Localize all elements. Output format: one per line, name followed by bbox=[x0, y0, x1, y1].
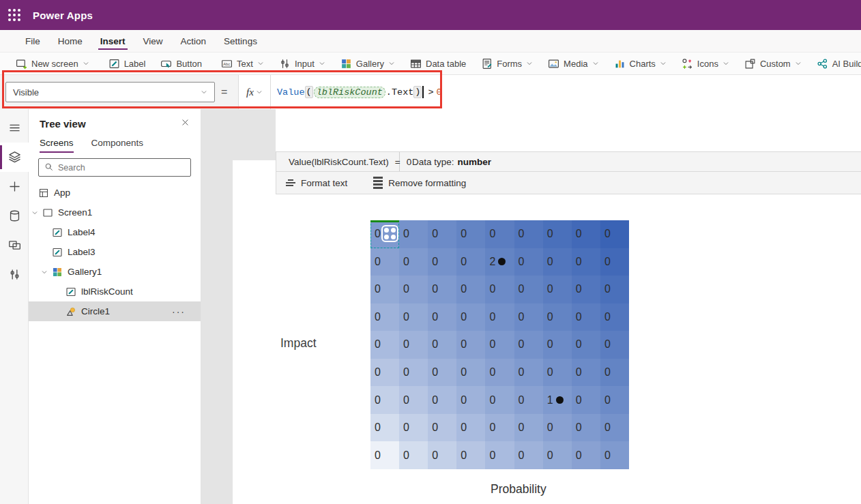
matrix-cell[interactable]: 0 bbox=[514, 386, 543, 414]
matrix-cell[interactable]: 1 bbox=[543, 386, 572, 414]
tab-screens[interactable]: Screens bbox=[40, 138, 74, 153]
matrix-cell[interactable]: 0 bbox=[428, 441, 456, 469]
matrix-cell[interactable]: 0 bbox=[485, 414, 514, 442]
matrix-cell[interactable]: 0 bbox=[370, 414, 399, 442]
matrix-cell[interactable]: 0 bbox=[428, 220, 456, 248]
matrix-cell[interactable]: 0 bbox=[399, 441, 428, 469]
gallery-select-handle[interactable] bbox=[381, 225, 398, 242]
matrix-cell[interactable]: 0 bbox=[572, 303, 600, 331]
probability-label[interactable]: Probability bbox=[491, 482, 546, 496]
matrix-cell[interactable]: 0 bbox=[456, 414, 485, 442]
matrix-cell[interactable]: 0 bbox=[370, 441, 399, 469]
matrix-cell[interactable]: 0 bbox=[600, 303, 629, 331]
toolbar-item-data-table[interactable]: Data table bbox=[403, 53, 473, 74]
matrix-cell[interactable]: 0 bbox=[399, 331, 428, 359]
toolbar-item-button[interactable]: Button bbox=[153, 53, 209, 74]
matrix-cell[interactable]: 0 bbox=[428, 331, 456, 359]
matrix-cell[interactable]: 0 bbox=[456, 331, 485, 359]
tree-item-circle1[interactable]: Circle1··· bbox=[29, 301, 201, 321]
rail-item-advanced-tools[interactable] bbox=[0, 260, 29, 289]
search-box[interactable] bbox=[38, 158, 191, 177]
matrix-cell[interactable]: 0 bbox=[600, 441, 629, 469]
matrix-cell[interactable]: 0 bbox=[543, 331, 572, 359]
impact-label[interactable]: Impact bbox=[280, 336, 317, 351]
matrix-cell[interactable]: 0 bbox=[456, 220, 485, 248]
matrix-cell[interactable]: 0 bbox=[514, 220, 543, 248]
matrix-cell[interactable]: 0 bbox=[543, 248, 572, 276]
matrix-cell[interactable]: 2 bbox=[485, 248, 514, 276]
matrix-cell[interactable]: 0 bbox=[600, 359, 629, 387]
matrix-cell[interactable]: 0 bbox=[485, 441, 514, 469]
matrix-cell[interactable]: 0 bbox=[456, 386, 485, 414]
toolbar-item-media[interactable]: Media bbox=[540, 53, 606, 74]
matrix-cell[interactable]: 0 bbox=[370, 303, 399, 331]
search-input[interactable] bbox=[58, 163, 185, 173]
matrix-cell[interactable]: 0 bbox=[543, 441, 572, 469]
matrix-cell[interactable]: 0 bbox=[543, 303, 572, 331]
matrix-cell[interactable]: 0 bbox=[514, 303, 543, 331]
matrix-cell[interactable]: 0 bbox=[428, 303, 456, 331]
expand-chevron-icon[interactable] bbox=[41, 269, 52, 276]
matrix-cell[interactable]: 0 bbox=[485, 386, 514, 414]
matrix-cell[interactable]: 0 bbox=[485, 331, 514, 359]
matrix-cell[interactable]: 0 bbox=[514, 331, 543, 359]
matrix-cell[interactable]: 0 bbox=[399, 303, 428, 331]
more-options-icon[interactable]: ··· bbox=[172, 306, 186, 317]
rail-item-tree-view[interactable] bbox=[0, 143, 29, 172]
toolbar-item-text[interactable]: AbcText bbox=[214, 53, 272, 74]
expand-chevron-icon[interactable] bbox=[31, 209, 42, 216]
matrix-cell[interactable]: 0 bbox=[572, 331, 600, 359]
matrix-cell[interactable]: 0 bbox=[514, 276, 543, 303]
menu-item-view[interactable]: View bbox=[134, 30, 172, 52]
matrix-cell[interactable]: 0 bbox=[456, 359, 485, 387]
toolbar-item-new-screen[interactable]: New screen bbox=[8, 53, 97, 74]
matrix-cell[interactable]: 0 bbox=[456, 248, 485, 276]
matrix-cell[interactable]: 0 bbox=[514, 359, 543, 387]
app-canvas[interactable]: 0000000000000200000000000000000000000000… bbox=[233, 160, 861, 504]
tree-item-screen1[interactable]: Screen1 bbox=[29, 203, 201, 222]
matrix-cell[interactable]: 0 bbox=[370, 359, 399, 387]
toolbar-item-forms[interactable]: Forms bbox=[473, 53, 540, 74]
matrix-cell[interactable]: 0 bbox=[370, 248, 399, 276]
toolbar-item-ai-builder[interactable]: AI Builder bbox=[809, 53, 861, 74]
matrix-cell[interactable]: 0 bbox=[600, 386, 629, 414]
remove-formatting-button[interactable]: Remove formatting bbox=[373, 177, 466, 188]
matrix-cell[interactable]: 0 bbox=[600, 331, 629, 359]
tree-item-app[interactable]: App bbox=[29, 183, 201, 203]
property-selector[interactable]: Visible bbox=[5, 82, 215, 102]
matrix-cell[interactable]: 0 bbox=[572, 220, 600, 248]
menu-item-home[interactable]: Home bbox=[49, 30, 91, 52]
matrix-cell[interactable]: 0 bbox=[456, 441, 485, 469]
close-icon[interactable] bbox=[181, 117, 190, 130]
menu-item-action[interactable]: Action bbox=[172, 30, 216, 52]
matrix-cell[interactable]: 0 bbox=[600, 414, 629, 442]
matrix-cell[interactable]: 0 bbox=[456, 303, 485, 331]
matrix-cell[interactable]: 0 bbox=[399, 414, 428, 442]
matrix-cell[interactable]: 0 bbox=[572, 414, 600, 442]
matrix-cell[interactable]: 0 bbox=[428, 276, 456, 303]
format-text-button[interactable]: Format text bbox=[286, 178, 347, 188]
toolbar-item-gallery[interactable]: Gallery bbox=[333, 53, 403, 74]
matrix-cell[interactable]: 0 bbox=[572, 248, 600, 276]
toolbar-item-label[interactable]: Label bbox=[101, 53, 154, 74]
menu-item-file[interactable]: File bbox=[16, 30, 49, 52]
rail-item-menu[interactable] bbox=[0, 113, 29, 143]
toolbar-item-custom[interactable]: Custom bbox=[737, 53, 809, 74]
toolbar-item-charts[interactable]: Charts bbox=[607, 53, 674, 74]
matrix-cell[interactable]: 0 bbox=[485, 220, 514, 248]
matrix-cell[interactable]: 0 bbox=[600, 220, 629, 248]
tree-item-gallery1[interactable]: Gallery1 bbox=[29, 262, 201, 282]
matrix-cell[interactable]: 0 bbox=[428, 414, 456, 442]
tab-components[interactable]: Components bbox=[91, 138, 144, 153]
formula-input[interactable]: Value(lblRiskCount.Text)>0 bbox=[277, 75, 442, 109]
matrix-cell[interactable]: 0 bbox=[370, 331, 399, 359]
matrix-cell[interactable]: 0 bbox=[514, 248, 543, 276]
menu-item-insert[interactable]: Insert bbox=[91, 30, 134, 52]
matrix-cell[interactable]: 0 bbox=[428, 248, 456, 276]
matrix-cell[interactable]: 0 bbox=[456, 276, 485, 303]
matrix-cell[interactable]: 0 bbox=[485, 303, 514, 331]
tree-item-label4[interactable]: Label4 bbox=[29, 222, 201, 242]
rail-item-insert[interactable] bbox=[0, 172, 29, 201]
matrix-cell[interactable]: 0 bbox=[600, 248, 629, 276]
matrix-cell[interactable]: 0 bbox=[572, 386, 600, 414]
